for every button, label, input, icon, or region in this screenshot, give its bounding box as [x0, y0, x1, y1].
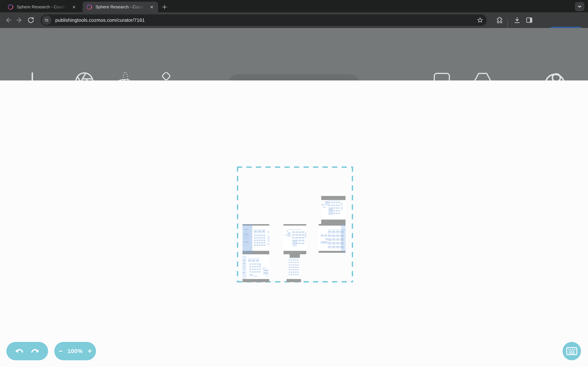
zoom-level: 100% — [68, 348, 83, 354]
close-icon[interactable] — [149, 4, 155, 10]
zoom-out-button[interactable]: − — [57, 348, 64, 355]
browser-window: Sphere Research - Curator Pla Sphere Res… — [0, 0, 588, 367]
downloads-button[interactable] — [513, 16, 521, 25]
tab-2[interactable]: Sphere Research - Curator Pla — [83, 2, 158, 12]
new-tab-icon — [162, 4, 167, 10]
selection-edge-top — [237, 167, 353, 168]
page-thumbnail[interactable] — [242, 256, 269, 282]
url-text[interactable]: publishingtools.cozmos.com/curator/7161 — [55, 17, 476, 23]
keyboard-icon — [566, 347, 577, 355]
address-bar: publishingtools.cozmos.com/curator/7161 … — [0, 12, 588, 28]
forward-button[interactable] — [15, 16, 24, 25]
tab-1[interactable]: Sphere Research - Curator Pla — [4, 2, 80, 12]
tab-title: Sphere Research - Curator Pla — [17, 4, 68, 9]
selection-edge-right — [352, 167, 353, 283]
selection-edge-left — [237, 167, 238, 283]
page-thumbnail[interactable] — [288, 258, 300, 282]
keyboard-button[interactable] — [562, 342, 581, 360]
zoom-controls: − 100% + — [54, 342, 96, 360]
new-tab-button[interactable] — [160, 3, 169, 11]
reload-icon — [27, 16, 35, 24]
close-icon[interactable] — [71, 4, 77, 10]
page-thumbnail[interactable] — [284, 224, 306, 254]
download-icon — [513, 17, 521, 24]
side-panel-icon — [526, 17, 533, 24]
bookmark-star-icon[interactable] — [476, 16, 484, 25]
reload-button[interactable] — [26, 16, 35, 25]
zoom-in-button[interactable]: + — [86, 348, 93, 355]
forward-icon — [15, 16, 23, 24]
history-controls — [6, 342, 48, 360]
sphere-logo-icon — [86, 4, 92, 10]
tab-title: Sphere Research - Curator Pla — [95, 4, 146, 9]
omnibox[interactable]: publishingtools.cozmos.com/curator/7161 — [41, 14, 487, 26]
extensions-button[interactable] — [495, 16, 504, 25]
redo-icon — [30, 347, 39, 355]
undo-button[interactable] — [15, 347, 24, 355]
site-info-icon[interactable] — [42, 15, 51, 25]
undo-icon — [15, 347, 24, 355]
tab-strip: Sphere Research - Curator Pla Sphere Res… — [0, 0, 588, 12]
page-thumbnail[interactable] — [321, 196, 346, 224]
tab-search-chevron-button[interactable] — [575, 2, 584, 11]
sphere-logo-icon — [8, 4, 13, 10]
extensions-icon — [496, 17, 503, 24]
page-thumbnail[interactable] — [242, 224, 269, 254]
page-thumbnail[interactable] — [319, 224, 346, 253]
chevron-down-icon — [576, 3, 583, 10]
redo-button[interactable] — [30, 347, 39, 355]
side-panel-button[interactable] — [525, 16, 534, 25]
app-toolbar: Setup 3D preview Layers test_en — [0, 28, 588, 80]
toolbar-divider — [507, 20, 508, 29]
back-button[interactable] — [4, 16, 13, 25]
back-icon — [4, 16, 12, 24]
